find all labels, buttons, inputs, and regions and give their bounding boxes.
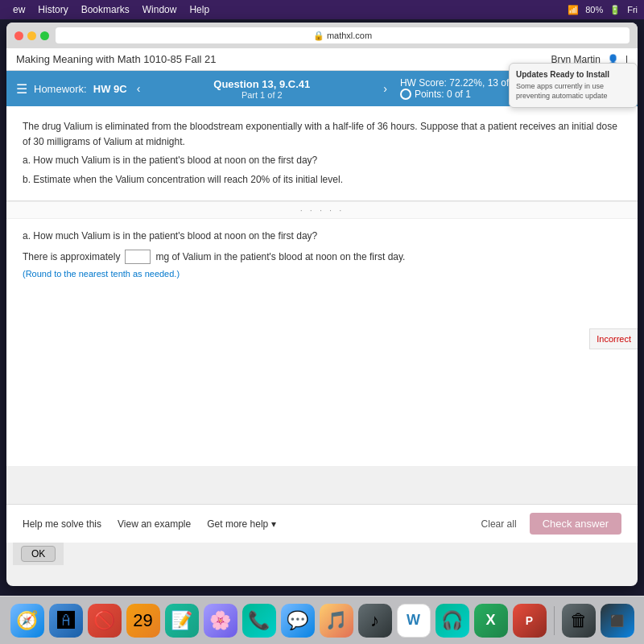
menu-item-help[interactable]: Help — [189, 4, 209, 15]
hw-left: ☰ Homework: HW 9C ‹ — [16, 81, 143, 97]
dock-photos-icon[interactable]: 🌸 — [204, 604, 237, 638]
more-help-link[interactable]: Get more help ▾ — [207, 518, 275, 530]
day-label: Fri — [627, 5, 638, 14]
homework-label: Homework: — [34, 83, 87, 95]
close-button[interactable] — [14, 31, 23, 40]
dock-appstore-icon[interactable]: 🅰 — [49, 604, 83, 638]
notification-body: Some apps currently in use preventing au… — [516, 82, 630, 101]
url-text: mathxl.com — [327, 31, 372, 40]
traffic-lights — [14, 31, 49, 40]
dock-itunes-icon[interactable]: ♪ — [358, 604, 392, 638]
menubar: ew History Bookmarks Window Help 📶 80% 🔋… — [0, 0, 644, 19]
homework-number: HW 9C — [93, 83, 127, 95]
dock-music-icon[interactable]: 🎵 — [320, 604, 353, 638]
clear-all-button[interactable]: Clear all — [481, 518, 517, 530]
dock-word-icon[interactable]: W — [397, 604, 431, 638]
dock-separator — [554, 606, 555, 635]
menubar-right: 📶 80% 🔋 Fri — [568, 5, 638, 15]
question-part: Part 1 of 2 — [153, 90, 370, 100]
menu-item-ew[interactable]: ew — [13, 4, 25, 15]
content-area: The drug Valium is eliminated from the b… — [6, 106, 638, 201]
problem-part-a: a. How much Valium is in the patient's b… — [23, 153, 621, 168]
battery-icon: 🔋 — [609, 5, 621, 15]
browser-window: 🔒 mathxl.com Making Meaning with Math 10… — [6, 23, 638, 586]
course-title: Making Meaning with Math 1010-85 Fall 21 — [16, 53, 217, 65]
footer-bar: Help me solve this View an example Get m… — [6, 504, 638, 543]
question-number: Question 13, 9.C.41 — [153, 78, 370, 90]
notification-popup: Updates Ready to Install Some apps curre… — [509, 63, 638, 108]
dock-safari-icon[interactable]: 🧭 — [10, 604, 44, 638]
view-example-link[interactable]: View an example — [118, 518, 191, 530]
maximize-button[interactable] — [40, 31, 49, 40]
ok-area: OK — [13, 543, 64, 565]
answer-line: There is approximately mg of Valium in t… — [23, 250, 621, 264]
problem-statement: The drug Valium is eliminated from the b… — [23, 119, 621, 150]
work-area — [6, 290, 638, 467]
dock-excel-icon[interactable]: X — [474, 604, 508, 638]
menu-item-history[interactable]: History — [38, 4, 68, 15]
prev-question-button[interactable]: ‹ — [134, 82, 144, 95]
hw-points-text: Points: 0 of 1 — [415, 89, 471, 100]
dock-messages-icon[interactable]: 💬 — [281, 604, 315, 638]
menubar-items: ew History Bookmarks Window Help — [13, 4, 209, 15]
problem-part-b: b. Estimate when the Valium concentratio… — [23, 172, 621, 188]
dock-notes-icon[interactable]: 📝 — [165, 604, 199, 638]
answer-question-label: a. How much Valium is in the patient's b… — [23, 230, 621, 242]
wifi-icon: 📶 — [568, 5, 579, 15]
hamburger-menu-icon[interactable]: ☰ — [16, 81, 27, 97]
dock-trash-icon[interactable]: 🗑 — [562, 604, 596, 638]
answer-text-1: There is approximately — [23, 251, 120, 262]
dock-calendar-icon[interactable]: 29 — [126, 604, 160, 638]
dock-powerpoint-icon[interactable]: P — [513, 604, 547, 638]
lock-icon: 🔒 — [313, 31, 324, 41]
dock: 🧭 🅰 🚫 29 📝 🌸 📞 💬 🎵 ♪ W 🎧 X P 🗑 ⬛ — [0, 596, 644, 644]
dock-block-icon[interactable]: 🚫 — [88, 604, 122, 638]
menu-item-window[interactable]: Window — [142, 4, 177, 15]
check-answer-button[interactable]: Check answer — [530, 513, 621, 535]
dock-facetime-icon[interactable]: 📞 — [242, 604, 276, 638]
footer-right: Clear all Check answer — [481, 513, 621, 535]
section-divider: · · · · · — [6, 201, 638, 219]
incorrect-label: Incorrect — [589, 328, 638, 349]
menu-item-bookmarks[interactable]: Bookmarks — [81, 4, 130, 15]
ok-button[interactable]: OK — [21, 546, 56, 562]
notification-title: Updates Ready to Install — [516, 70, 630, 79]
points-circle-icon — [400, 89, 411, 100]
battery-indicator: 80% — [585, 5, 603, 14]
answer-text-2: mg of Valium in the patient's blood at n… — [155, 251, 405, 262]
hw-center: Question 13, 9.C.41 Part 1 of 2 — [153, 78, 370, 100]
minimize-button[interactable] — [27, 31, 36, 40]
dock-spotify-icon[interactable]: 🎧 — [436, 604, 469, 638]
help-solve-link[interactable]: Help me solve this — [23, 518, 101, 530]
url-bar[interactable]: 🔒 mathxl.com — [56, 27, 630, 43]
browser-chrome: 🔒 mathxl.com — [6, 23, 638, 48]
answer-input-field[interactable] — [125, 250, 151, 264]
answer-section: a. How much Valium is in the patient's b… — [6, 219, 638, 290]
next-question-button[interactable]: › — [380, 82, 390, 95]
round-note: (Round to the nearest tenth as needed.) — [23, 269, 621, 279]
dock-terminal-icon[interactable]: ⬛ — [601, 604, 634, 638]
